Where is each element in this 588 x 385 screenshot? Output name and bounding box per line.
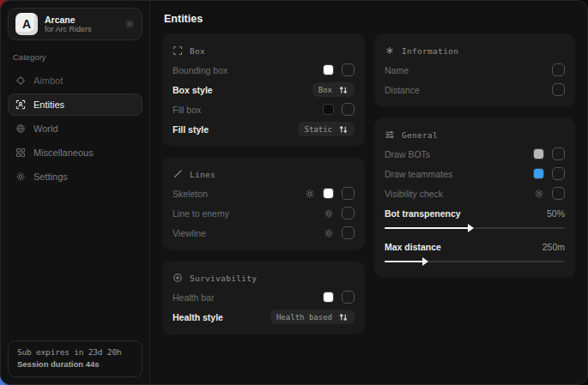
gear-icon	[534, 189, 544, 199]
setting-label: Viewline	[173, 228, 317, 238]
gear-icon	[305, 189, 315, 199]
app-name: Arcane	[45, 15, 118, 25]
setting-row-visibility-check: Visibility check	[385, 183, 565, 203]
color-swatch[interactable]	[533, 148, 544, 159]
config-gear-button[interactable]	[534, 189, 544, 199]
sidebar-item-entities[interactable]: Entities	[8, 93, 142, 116]
line-icon	[173, 169, 183, 179]
health-style-dropdown[interactable]: Health based	[270, 310, 355, 324]
sidebar-item-miscellaneous[interactable]: Miscellaneous	[8, 141, 142, 164]
fill-style-dropdown[interactable]: Static	[298, 122, 355, 136]
setting-label: Draw teammates	[385, 169, 525, 179]
app-window: A Arcane for Arc Riders Category Aimbot …	[0, 0, 588, 385]
lines-section-card: Lines Skeleton Line to enemy View	[162, 157, 365, 250]
setting-row-viewline: Viewline	[173, 223, 355, 243]
setting-row-draw-bots: Draw BOTs	[385, 144, 565, 164]
config-gear-button[interactable]	[305, 189, 315, 199]
checkbox[interactable]	[552, 147, 565, 160]
setting-row-skeleton: Skeleton	[173, 183, 355, 203]
app-subtitle: for Arc Riders	[45, 25, 118, 33]
dropdown-value: Health based	[276, 313, 332, 322]
setting-row-max-distance: Max distance 250m	[385, 237, 565, 256]
setting-row-fill-box: Fill box	[173, 99, 355, 119]
checkbox[interactable]	[342, 187, 355, 200]
checkbox[interactable]	[552, 167, 565, 180]
setting-label: Box style	[173, 85, 312, 95]
setting-label: Health style	[173, 312, 270, 322]
section-title: Lines	[190, 170, 215, 179]
session-duration-text: Session duration 44s	[17, 358, 133, 370]
checkbox[interactable]	[342, 207, 355, 220]
setting-label: Distance	[385, 85, 544, 95]
box-section-card: Box Bounding box Box style Box	[162, 33, 365, 147]
gear-icon	[15, 171, 26, 182]
sub-expiry-text: Sub expires in 23d 20h	[17, 346, 133, 358]
sidebar-item-label: Settings	[33, 171, 68, 182]
chevron-updown-icon	[338, 124, 349, 135]
setting-label: Line to enemy	[173, 208, 317, 219]
sidebar-item-label: Entities	[33, 99, 64, 110]
app-header-card: A Arcane for Arc Riders	[8, 8, 142, 40]
color-swatch[interactable]	[323, 104, 334, 115]
sidebar-item-label: Aimbot	[33, 75, 63, 86]
setting-row-health-style: Health style Health based	[173, 307, 355, 327]
setting-row-health-bar: Health bar	[173, 287, 355, 307]
bot-transparency-slider[interactable]	[385, 225, 565, 232]
sidebar: A Arcane for Arc Riders Category Aimbot …	[1, 1, 150, 384]
sidebar-item-label: World	[33, 123, 58, 134]
slider-fill	[385, 261, 424, 262]
slider-value: 50%	[547, 208, 565, 219]
entities-icon	[15, 99, 26, 110]
setting-label: Fill box	[173, 105, 315, 115]
setting-label: Skeleton	[173, 189, 298, 199]
setting-label: Draw BOTs	[385, 149, 525, 159]
box-style-dropdown[interactable]: Box	[312, 82, 355, 97]
section-title: Information	[402, 46, 458, 56]
sidebar-item-label: Miscellaneous	[33, 147, 94, 158]
color-swatch[interactable]	[323, 188, 334, 199]
general-section-card: General Draw BOTs Draw teammates Visibil…	[374, 117, 575, 278]
dropdown-value: Box	[318, 86, 332, 94]
globe-icon	[15, 123, 26, 134]
sidebar-item-aimbot[interactable]: Aimbot	[8, 69, 142, 92]
bounding-box-icon	[173, 45, 183, 56]
slider-value: 250m	[543, 242, 565, 252]
section-title: Box	[190, 46, 205, 56]
slider-fill	[385, 227, 470, 229]
setting-label: Health bar	[173, 292, 315, 303]
color-swatch[interactable]	[323, 292, 334, 303]
sliders-icon	[385, 129, 395, 140]
checkbox[interactable]	[342, 103, 355, 116]
checkbox[interactable]	[342, 291, 355, 304]
sidebar-item-settings[interactable]: Settings	[8, 165, 142, 188]
setting-label: Visibility check	[385, 189, 527, 199]
checkbox[interactable]	[552, 63, 565, 76]
setting-row-name: Name	[385, 60, 565, 80]
max-distance-slider[interactable]	[385, 258, 565, 265]
setting-row-box-style: Box style Box	[173, 80, 355, 99]
color-swatch[interactable]	[533, 168, 544, 179]
grid-icon	[15, 147, 26, 158]
checkbox[interactable]	[342, 63, 355, 76]
config-gear-button[interactable]	[324, 208, 334, 219]
checkbox[interactable]	[342, 226, 355, 239]
setting-row-bot-transparency: Bot transpenency 50%	[385, 203, 565, 223]
setting-row-line-to-enemy: Line to enemy	[173, 203, 355, 223]
setting-row-bounding-box: Bounding box	[173, 60, 355, 80]
checkbox[interactable]	[552, 83, 565, 96]
slider-thumb[interactable]	[422, 257, 428, 266]
config-gear-button[interactable]	[324, 228, 334, 238]
subscription-info-card: Sub expires in 23d 20h Session duration …	[8, 340, 142, 378]
color-swatch[interactable]	[323, 64, 334, 75]
slider-thumb[interactable]	[468, 224, 474, 232]
sidebar-item-world[interactable]: World	[8, 117, 142, 140]
setting-row-draw-teammates: Draw teammates	[385, 164, 565, 183]
health-icon	[173, 273, 183, 283]
setting-label: Max distance	[385, 242, 543, 252]
checkbox[interactable]	[552, 187, 565, 200]
information-section-card: Information Name Distance	[374, 33, 575, 107]
page-title: Entities	[162, 9, 575, 33]
gear-icon[interactable]	[124, 19, 135, 29]
main-panel: Entities Box Bounding box Box s	[150, 1, 587, 384]
chevron-updown-icon	[338, 312, 349, 322]
